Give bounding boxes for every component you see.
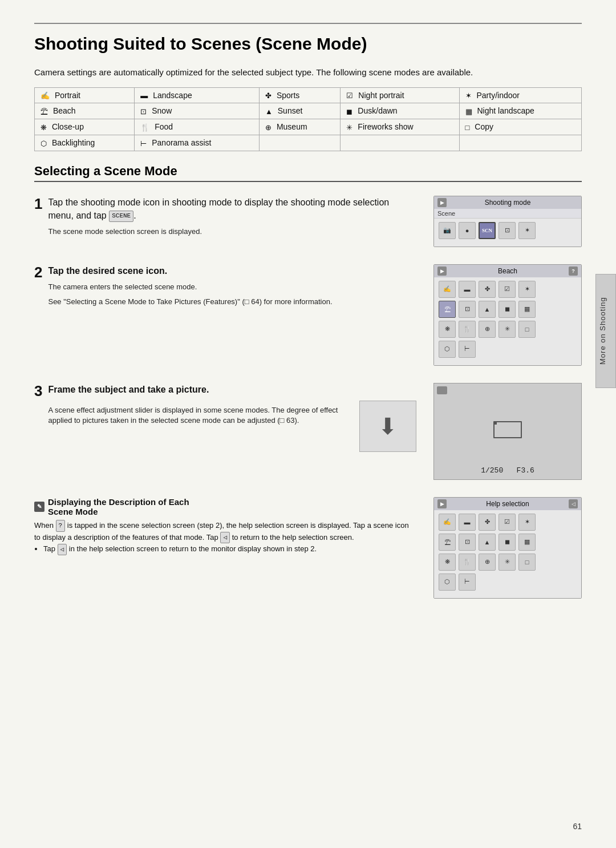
help-back-icon[interactable]: ◁ [569, 499, 578, 508]
cam-title-text-2: Beach [498, 267, 517, 275]
help-row-1: ✍ ▬ ✤ ☑ ✶ [439, 514, 577, 531]
help-icon[interactable]: ✤ [479, 514, 496, 531]
scene-icon-backlighting[interactable]: ⬡ [439, 341, 456, 358]
scene-modes-table: ✍ Portrait ▬ Landscape ✤ Sports ☑ Night … [34, 87, 582, 151]
step-3: 3 Frame the subject and take a picture. … [34, 383, 582, 480]
table-cell: ✶ Party/indoor [459, 87, 581, 103]
help-icon[interactable]: ⊢ [459, 574, 476, 591]
copy-icon: □ [465, 123, 470, 132]
cam-question-icon[interactable]: ? [569, 266, 578, 276]
help-left-icon: ▶ [437, 499, 447, 508]
back-kbd: ◁ [220, 532, 230, 544]
table-cell: ✍ Portrait [35, 87, 135, 103]
step-3-thumb: ⬇ [359, 401, 416, 452]
help-body: ✍ ▬ ✤ ☑ ✶ ⛱ ⊡ ▲ ◼ ▦ ❋ 🍴 [434, 510, 581, 598]
scene-icon-snow[interactable]: ⊡ [459, 301, 476, 318]
help-icon[interactable]: ▦ [518, 534, 536, 551]
step-3-content: 3 Frame the subject and take a picture. … [34, 383, 416, 452]
scene-icon-dusk[interactable]: ◼ [499, 301, 516, 318]
table-cell: ⛱ Beach [35, 103, 135, 119]
viewfinder-bracket [493, 421, 522, 438]
note-list: Tap ◁ in the help selection screen to re… [43, 543, 416, 555]
scene-icon-landscape[interactable]: ▬ [459, 281, 476, 298]
scene-icon-night-portrait[interactable]: ☑ [499, 281, 516, 298]
help-title-text: Help selection [486, 500, 529, 508]
help-icon[interactable]: ⊡ [459, 534, 476, 551]
help-icon[interactable]: ✳ [499, 554, 516, 571]
table-row: ❋ Close-up 🍴 Food ⊕ Museum ✳ Fireworks s… [35, 119, 582, 135]
cam-icon[interactable]: ✶ [518, 222, 536, 239]
night-landscape-icon: ▦ [465, 107, 472, 116]
help-icon[interactable]: ❋ [439, 554, 456, 571]
scene-icon-sports[interactable]: ✤ [479, 281, 496, 298]
table-cell: ▦ Night landscape [459, 103, 581, 119]
table-cell: ⊕ Museum [260, 119, 341, 135]
cam-icon[interactable]: 📷 [439, 222, 456, 239]
cam-subbar: Scene [434, 209, 581, 219]
step-2: 2 Tap the desired scene icon. The camera… [34, 264, 582, 366]
panorama-icon: ⊢ [140, 139, 147, 148]
table-row: ⛱ Beach ⊡ Snow ▲ Sunset ◼ Dusk/dawn ▦ Ni… [35, 103, 582, 119]
step-3-note-text: A scene effect adjustment slider is disp… [48, 405, 348, 426]
down-arrow-icon: ⬇ [378, 410, 398, 443]
help-icon[interactable]: ▲ [479, 534, 496, 551]
table-cell: ✳ Fireworks show [341, 119, 459, 135]
step-3-text: Frame the subject and take a picture. A … [48, 383, 416, 452]
top-rule [34, 23, 582, 24]
viewfinder-screen: 1/250 F3.6 [433, 383, 582, 480]
cam-body: 📷 ● SCN ⊡ ✶ [434, 219, 581, 247]
help-icon[interactable]: ✶ [518, 514, 536, 531]
step-1: 1 Tap the shooting mode icon in shooting… [34, 196, 582, 247]
party-icon: ✶ [465, 91, 472, 100]
scene-icon-party[interactable]: ✶ [518, 281, 536, 298]
help-screen: ▶ Help selection ◁ ✍ ▬ ✤ ☑ ✶ ⛱ ⊡ [433, 497, 582, 599]
sunset-icon: ▲ [265, 107, 273, 116]
help-icon[interactable]: ◼ [499, 534, 516, 551]
help-icon[interactable]: ✍ [439, 514, 456, 531]
scene-mode-kbd: SCENE [109, 211, 133, 222]
scene-icon-night-land[interactable]: ▦ [518, 301, 536, 318]
help-icon[interactable]: ⬡ [439, 574, 456, 591]
table-cell [260, 135, 341, 151]
pencil-icon: ✎ [34, 502, 44, 512]
scene-icon-fireworks[interactable]: ✳ [499, 321, 516, 338]
cam-icon[interactable]: ● [459, 222, 476, 239]
help-icon[interactable]: 🍴 [459, 554, 476, 571]
step-2-number: 2 [34, 264, 42, 281]
page-title: Shooting Suited to Scenes (Scene Mode) [34, 34, 582, 54]
note-list-item: Tap ◁ in the help selection screen to re… [43, 543, 416, 555]
food-icon: 🍴 [140, 123, 149, 132]
help-icon[interactable]: ⛱ [439, 534, 456, 551]
table-cell: □ Copy [459, 119, 581, 135]
step-2-note-1: The camera enters the selected scene mod… [48, 282, 416, 292]
step-1-number: 1 [34, 196, 42, 212]
step-2-screen: ▶ Beach ? ✍ ▬ ✤ ☑ ✶ ⛱ ⊡ ▲ [433, 264, 582, 366]
note-left: ✎ Displaying the Description of Each Sce… [34, 497, 416, 558]
cam-icon[interactable]: ⊡ [499, 222, 516, 239]
step-2-note-2: See "Selecting a Scene Mode to Take Pict… [48, 297, 416, 307]
cam-icons-row: 📷 ● SCN ⊡ ✶ [439, 222, 577, 239]
help-icon[interactable]: ⊕ [479, 554, 496, 571]
cam-icon-scene[interactable]: SCN [479, 222, 496, 239]
help-icon[interactable]: □ [518, 554, 536, 571]
help-row-3: ❋ 🍴 ⊕ ✳ □ [439, 554, 577, 571]
help-icon[interactable]: ☑ [499, 514, 516, 531]
scene-icon-copy[interactable]: □ [518, 321, 536, 338]
snow-icon: ⊡ [140, 107, 147, 116]
scene-icon-food[interactable]: 🍴 [459, 321, 476, 338]
table-cell: ❋ Close-up [35, 119, 135, 135]
scene-icon-museum[interactable]: ⊕ [479, 321, 496, 338]
step-1-text: Tap the shooting mode icon in shooting m… [48, 196, 416, 237]
note-screen: ▶ Help selection ◁ ✍ ▬ ✤ ☑ ✶ ⛱ ⊡ [433, 497, 582, 599]
scene-icon-beach[interactable]: ⛱ [439, 301, 456, 318]
vf-camera-icon [437, 386, 447, 394]
scene-icon-portrait[interactable]: ✍ [439, 281, 456, 298]
scene-icon-sunset[interactable]: ▲ [479, 301, 496, 318]
table-cell: ⬡ Backlighting [35, 135, 135, 151]
scene-icon-panorama[interactable]: ⊢ [459, 341, 476, 358]
step-1-note: The scene mode selection screen is displ… [48, 227, 416, 237]
dusk-icon: ◼ [346, 107, 352, 116]
scene-icon-closeup[interactable]: ❋ [439, 321, 456, 338]
help-icon[interactable]: ▬ [459, 514, 476, 531]
backlighting-icon: ⬡ [40, 139, 47, 148]
